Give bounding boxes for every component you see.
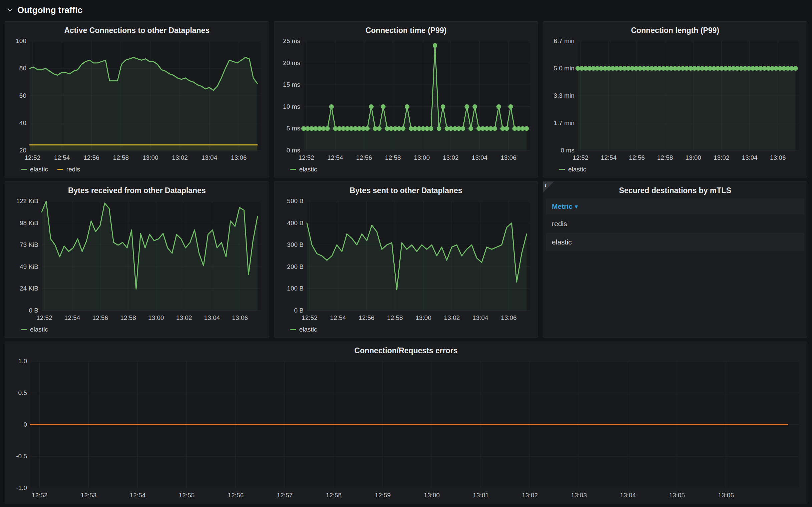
- legend-item-elastic[interactable]: elastic: [559, 166, 586, 173]
- x-axis-tick-label: 12:58: [657, 154, 673, 161]
- chart-area: 0 B24 KiB49 KiB73 KiB98 KiB122 KiB12:521…: [8, 197, 266, 325]
- series-point: [309, 126, 314, 131]
- y-axis-tick-label: 80: [19, 65, 26, 72]
- y-axis-tick-label: -1.0: [16, 484, 27, 491]
- panel-info-icon[interactable]: i: [543, 181, 554, 193]
- x-axis-tick-label: 13:02: [444, 314, 460, 321]
- legend-label: elastic: [299, 166, 317, 173]
- grafana-dashboard: Outgoing traffic Active Connections to o…: [0, 0, 812, 507]
- y-axis-tick-label: 3.3 min: [554, 92, 575, 99]
- y-axis-tick-label: 0 B: [29, 307, 38, 314]
- series-point: [321, 126, 326, 131]
- x-axis-tick-label: 12:56: [359, 314, 375, 321]
- series-point: [341, 126, 345, 131]
- panel-connection-time: Connection time (P99) 0 ms5 ms10 ms15 ms…: [274, 21, 538, 177]
- series-point: [433, 43, 437, 48]
- x-axis-tick-label: 12:56: [93, 314, 108, 321]
- y-axis-tick-label: 6.7 min: [554, 37, 575, 44]
- dashboard-row-3: Connection/Requests errors -1.0-0.500.51…: [5, 342, 807, 504]
- series-point: [421, 126, 425, 131]
- panel-title-bytes-received[interactable]: Bytes received from other Dataplanes: [8, 184, 266, 197]
- legend-item-redis[interactable]: redis: [57, 166, 80, 173]
- legend-item-elastic[interactable]: elastic: [290, 326, 317, 333]
- chart-area: -1.0-0.500.51.012:5212:5312:5412:5512:56…: [8, 357, 804, 502]
- legend-label: elastic: [568, 166, 586, 173]
- x-axis-tick-label: 13:02: [714, 154, 729, 161]
- y-axis-tick-label: 1.7 min: [554, 119, 575, 126]
- table-row[interactable]: elastic: [546, 233, 804, 251]
- x-axis-tick-label: 12:56: [84, 154, 99, 161]
- x-axis-tick-label: 13:00: [424, 492, 440, 499]
- bytes-received-chart[interactable]: 0 B24 KiB49 KiB73 KiB98 KiB122 KiB12:521…: [8, 197, 266, 325]
- y-axis-tick-label: 98 KiB: [20, 220, 38, 226]
- x-axis-tick-label: 13:02: [172, 154, 188, 161]
- legend-label: elastic: [30, 326, 48, 333]
- table-cell: elastic: [552, 238, 572, 246]
- series-point: [337, 126, 342, 131]
- active-connections-chart[interactable]: 2040608010012:5212:5412:5612:5813:0013:0…: [8, 37, 266, 164]
- bytes-sent-chart[interactable]: 0 B100 B200 B300 B400 B500 B12:5212:5412…: [277, 197, 535, 325]
- x-axis-tick-label: 13:02: [522, 492, 538, 499]
- x-axis-tick-label: 12:52: [25, 154, 41, 161]
- series-point: [405, 104, 409, 109]
- panel-title-bytes-sent[interactable]: Bytes sent to other Dataplanes: [277, 184, 535, 197]
- section-header-outgoing-traffic[interactable]: Outgoing traffic: [5, 3, 807, 17]
- panel-title-secured-destinations[interactable]: Secured destinations by mTLS: [546, 184, 804, 197]
- chevron-down-icon: [7, 7, 13, 13]
- caret-down-icon: ▾: [575, 204, 578, 210]
- chart-legend: elastic: [8, 325, 266, 335]
- x-axis-tick-label: 13:06: [231, 154, 247, 161]
- x-axis-tick-label: 13:03: [571, 492, 587, 499]
- legend-swatch: [290, 329, 296, 330]
- x-axis-tick-label: 13:04: [472, 154, 488, 161]
- table-row[interactable]: redis: [546, 215, 804, 233]
- x-axis-tick-label: 13:02: [176, 314, 192, 321]
- panel-title-active-connections[interactable]: Active Connections to other Dataplanes: [8, 24, 266, 37]
- legend-label: redis: [66, 166, 80, 173]
- series-point: [389, 126, 393, 131]
- y-axis-tick-label: 20: [19, 147, 26, 154]
- y-axis-tick-label: 25 ms: [283, 37, 300, 44]
- series-point: [508, 104, 513, 109]
- x-axis-tick-label: 13:04: [620, 492, 636, 499]
- legend-item-elastic[interactable]: elastic: [290, 166, 317, 173]
- panel-title-connection-errors[interactable]: Connection/Requests errors: [8, 344, 804, 357]
- x-axis-tick-label: 12:56: [356, 154, 372, 161]
- dashboard-row-1: Active Connections to other Dataplanes 2…: [5, 21, 807, 177]
- legend-item-elastic[interactable]: elastic: [21, 166, 48, 173]
- legend-item-elastic[interactable]: elastic: [21, 326, 48, 333]
- y-axis-tick-label: 20 ms: [283, 59, 300, 66]
- x-axis-tick-label: 12:58: [387, 314, 403, 321]
- legend-swatch: [290, 169, 296, 170]
- panel-secured-destinations: i Secured destinations by mTLS Metric ▾ …: [543, 181, 807, 338]
- x-axis-tick-label: 13:00: [686, 154, 702, 161]
- x-axis-tick-label: 13:00: [148, 314, 164, 321]
- series-point: [448, 126, 453, 131]
- series-point: [504, 126, 509, 131]
- x-axis-tick-label: 12:52: [302, 314, 318, 321]
- x-axis-tick-label: 13:04: [742, 154, 758, 161]
- connection-errors-chart[interactable]: -1.0-0.500.51.012:5212:5312:5412:5512:56…: [8, 357, 804, 502]
- series-point: [488, 126, 493, 131]
- x-axis-tick-label: 12:53: [81, 492, 97, 499]
- series-point: [444, 126, 449, 131]
- chart-area: 0 B100 B200 B300 B400 B500 B12:5212:5412…: [277, 197, 535, 325]
- connection-length-chart[interactable]: 0 ms1.7 min3.3 min5.0 min6.7 min12:5212:…: [546, 37, 804, 164]
- x-axis-tick-label: 13:04: [472, 314, 488, 321]
- series-point: [373, 126, 378, 131]
- y-axis-tick-label: 300 B: [287, 241, 304, 248]
- panel-bytes-sent: Bytes sent to other Dataplanes 0 B100 B2…: [274, 181, 538, 338]
- series-point: [425, 126, 429, 131]
- chart-legend: elasticredis: [8, 164, 266, 175]
- panel-title-connection-time[interactable]: Connection time (P99): [277, 24, 535, 37]
- x-axis-tick-label: 12:55: [179, 492, 195, 499]
- chart-area: 0 ms5 ms10 ms15 ms20 ms25 ms12:5212:5412…: [277, 37, 535, 164]
- panel-title-connection-length[interactable]: Connection length (P99): [546, 24, 804, 37]
- series-point: [381, 104, 385, 109]
- x-axis-tick-label: 12:54: [64, 314, 80, 321]
- series-point: [393, 126, 397, 131]
- connection-time-chart[interactable]: 0 ms5 ms10 ms15 ms20 ms25 ms12:5212:5412…: [277, 37, 535, 164]
- column-header-metric[interactable]: Metric ▾: [552, 203, 578, 211]
- series-point: [329, 104, 334, 109]
- x-axis-tick-label: 13:04: [202, 154, 218, 161]
